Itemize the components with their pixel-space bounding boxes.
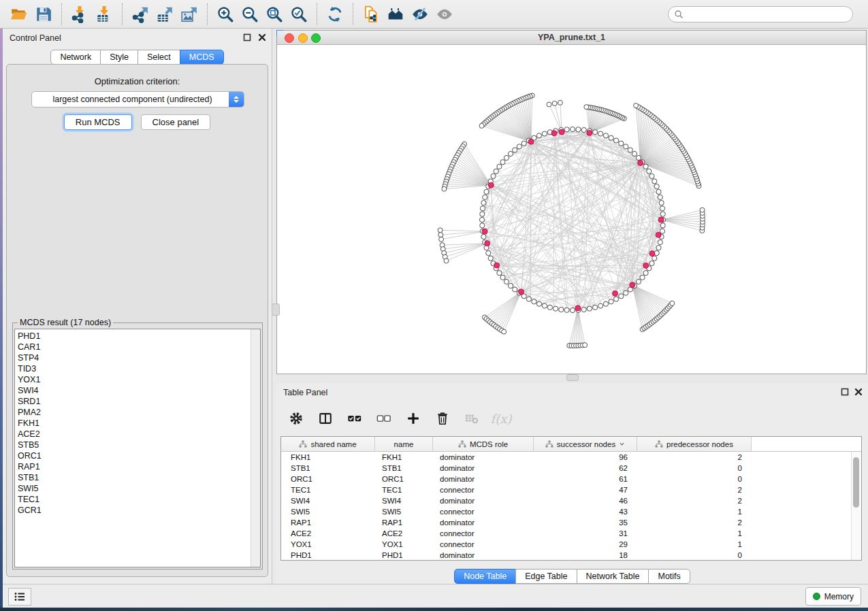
column-header-shared-name[interactable]: shared name (281, 437, 375, 452)
attribute-type-icon (545, 440, 553, 448)
first-neighbors-icon[interactable] (383, 3, 408, 26)
show-column-panel-icon[interactable] (317, 410, 334, 427)
table-float-window-icon[interactable] (840, 387, 851, 398)
mcds-result-item[interactable]: ORC1 (18, 450, 42, 461)
tab-edge-table[interactable]: Edge Table (515, 569, 577, 584)
optimization-criterion-label: Optimization criterion: (7, 76, 268, 86)
mcds-result-item[interactable]: SWI5 (18, 483, 42, 494)
table-row[interactable]: PHD1PHD1dominator180 (281, 550, 861, 561)
column-header-MCDS-role[interactable]: MCDS role (433, 437, 534, 452)
toolbar-separator (122, 3, 123, 25)
table-panel-title: Table Panel (283, 388, 327, 397)
column-header-name[interactable]: name (375, 437, 433, 452)
float-window-icon[interactable] (242, 33, 253, 44)
table-close-panel-icon[interactable] (854, 387, 865, 398)
mcds-result-item[interactable]: CAR1 (18, 342, 42, 352)
column-header-predecessor-nodes[interactable]: predecessor nodes (637, 437, 752, 452)
deselect-all-icon[interactable] (375, 410, 393, 427)
delete-column-icon[interactable] (434, 410, 451, 427)
import-network-icon[interactable] (67, 3, 92, 26)
mcds-result-item[interactable]: PHD1 (18, 331, 42, 342)
clear-table-icon (463, 410, 481, 427)
mcds-result-item[interactable]: TID3 (18, 363, 42, 374)
hide-selected-icon[interactable] (408, 3, 432, 26)
automation-panel-button[interactable] (8, 588, 31, 606)
table-row[interactable]: SWI4SWI4dominator462 (281, 495, 861, 506)
tab-mcds[interactable]: MCDS (180, 50, 224, 65)
table-row[interactable]: RAP1RAP1dominator352 (281, 517, 861, 528)
network-graph[interactable] (277, 45, 866, 374)
tab-network-table[interactable]: Network Table (577, 569, 649, 584)
mcds-result-item[interactable]: RAP1 (18, 461, 42, 472)
network-canvas[interactable] (277, 45, 866, 374)
memory-label: Memory (824, 592, 854, 601)
mcds-result-item[interactable]: YOX1 (18, 374, 42, 385)
show-all-icon (432, 3, 457, 26)
tab-network[interactable]: Network (50, 50, 101, 65)
search-input[interactable] (688, 9, 847, 20)
table-row[interactable]: SWI5SWI5connector431 (281, 506, 861, 517)
table-panel: Table Panel f(x) shared namenameMCDS rol… (276, 383, 868, 584)
attribute-type-icon (299, 440, 307, 448)
mcds-list-scrollbar[interactable] (251, 329, 260, 567)
tab-select[interactable]: Select (138, 50, 180, 65)
attribute-type-icon (655, 440, 663, 448)
settings-icon[interactable] (287, 410, 305, 427)
control-panel-tabs: NetworkStyleSelectMCDS (3, 50, 272, 65)
table-row[interactable]: ACE2ACE2connector311 (281, 528, 861, 539)
select-all-icon[interactable] (346, 410, 364, 427)
export-image-icon[interactable] (177, 3, 202, 26)
column-header-filler (752, 437, 861, 452)
sort-descending-icon (619, 441, 625, 447)
mcds-result-item[interactable]: ACE2 (18, 429, 42, 440)
mcds-result-item[interactable]: SRD1 (18, 396, 42, 407)
vertical-splitter-handle[interactable] (272, 303, 280, 316)
mcds-result-item[interactable]: GCR1 (18, 505, 42, 516)
horizontal-splitter-handle[interactable] (566, 374, 579, 381)
workspace-region: YPA_prune.txt_1 Table Panel f(x) shared … (276, 29, 868, 584)
memory-button[interactable]: Memory (805, 587, 861, 606)
zoom-out-icon[interactable] (238, 3, 262, 26)
table-row[interactable]: YOX1YOX1connector291 (281, 539, 861, 550)
table-scrollbar[interactable] (851, 452, 861, 561)
run-mcds-button[interactable]: Run MCDS (64, 114, 132, 130)
search-box[interactable] (668, 6, 853, 22)
new-network-from-selection-icon[interactable] (359, 3, 383, 26)
tab-node-table[interactable]: Node Table (454, 569, 516, 584)
function-builder-icon: f(x) (492, 410, 510, 427)
mcds-result-item[interactable]: SWI4 (18, 385, 42, 396)
table-row[interactable]: FKH1FKH1dominator962 (281, 452, 861, 463)
table-scrollbar-thumb[interactable] (853, 457, 859, 508)
toolbar-separator (353, 3, 353, 25)
table-row[interactable]: TEC1TEC1connector472 (281, 484, 861, 495)
table-row[interactable]: ORC1ORC1dominator610 (281, 474, 861, 484)
desktop-wallpaper-bottom (0, 608, 868, 611)
zoom-fit-icon[interactable] (262, 3, 287, 26)
mcds-result-item[interactable]: STP4 (18, 352, 42, 363)
zoom-selected-icon[interactable] (287, 3, 311, 26)
tab-style[interactable]: Style (100, 50, 138, 65)
save-session-icon[interactable] (31, 3, 56, 26)
network-window-titlebar[interactable]: YPA_prune.txt_1 (277, 31, 866, 45)
tab-motifs[interactable]: Motifs (648, 569, 690, 584)
mcds-result-item[interactable]: PMA2 (18, 407, 42, 418)
import-table-icon[interactable] (92, 3, 116, 26)
refresh-layout-icon[interactable] (323, 3, 347, 26)
close-panel-button[interactable]: Close panel (141, 114, 211, 130)
table-row[interactable]: STB1STB1dominator620 (281, 463, 861, 474)
mcds-result-item[interactable]: FKH1 (18, 418, 42, 429)
attribute-type-icon (458, 440, 466, 448)
mcds-result-item[interactable]: STB5 (18, 440, 42, 450)
export-table-icon[interactable] (152, 3, 177, 26)
zoom-in-icon[interactable] (213, 3, 238, 26)
add-column-icon[interactable] (404, 410, 422, 427)
close-panel-icon[interactable] (257, 33, 268, 44)
optimization-criterion-select[interactable]: largest connected component (undirected) (31, 91, 244, 108)
mcds-result-item[interactable]: TEC1 (18, 494, 42, 505)
export-network-icon[interactable] (128, 3, 152, 26)
column-header-successor-nodes[interactable]: successor nodes (534, 437, 637, 452)
open-file-icon[interactable] (7, 3, 31, 26)
table-header-row: shared namenameMCDS rolesuccessor nodesp… (281, 437, 861, 452)
mcds-result-list[interactable]: PHD1CAR1STP4TID3YOX1SWI4SRD1PMA2FKH1ACE2… (14, 329, 261, 567)
mcds-result-item[interactable]: STB1 (18, 472, 42, 483)
